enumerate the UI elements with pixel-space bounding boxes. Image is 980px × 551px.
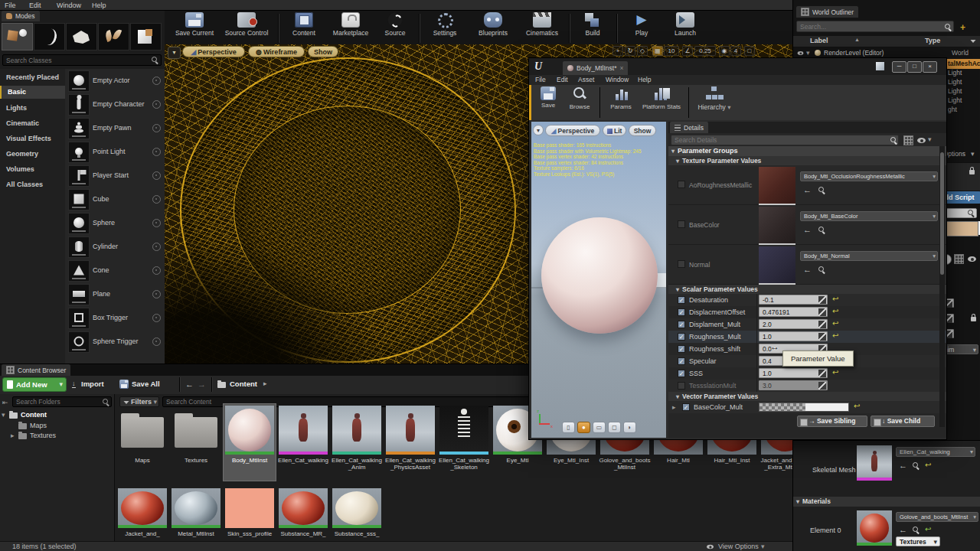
list-item[interactable]: Box Trigger <box>65 306 165 330</box>
grid-snap-icon[interactable]: ▦ <box>652 46 663 56</box>
menu-edit[interactable]: Edit <box>29 2 41 9</box>
asset-item[interactable]: Ellen_Cat_walking_PhysicsAsset <box>384 404 436 481</box>
launch-button[interactable]: Launch <box>664 12 707 43</box>
preview-shape-sphere-active[interactable]: ● <box>577 422 590 433</box>
reset-icon[interactable]: ↩ <box>925 461 931 469</box>
preview-perspective-button[interactable]: ◢ Perspective <box>545 125 600 136</box>
asset-item[interactable]: Textures <box>170 404 222 481</box>
maximize-viewport-button[interactable]: □ <box>744 46 755 56</box>
show-button[interactable]: Show <box>308 46 338 57</box>
visibility-eye-icon[interactable] <box>798 51 804 55</box>
outliner-col-label[interactable]: Label <box>810 37 828 44</box>
search-classes-input[interactable] <box>2 54 162 66</box>
list-item[interactable]: Empty Pawn <box>65 116 165 140</box>
list-item[interactable]: Empty Character <box>65 93 165 116</box>
param-value-box[interactable]: 0.476191 <box>759 307 828 317</box>
close-tab-icon[interactable]: × <box>619 64 623 72</box>
source-control-button[interactable]: Source Control <box>220 12 273 43</box>
lock-icon[interactable] <box>969 170 975 174</box>
grab-icon[interactable] <box>152 124 161 132</box>
cinematics-button[interactable]: Cinematics <box>518 12 566 43</box>
browse-to-asset-icon[interactable] <box>818 227 825 233</box>
grab-icon[interactable] <box>152 100 161 109</box>
list-item[interactable]: Sphere Trigger <box>65 330 165 354</box>
details-tab[interactable]: Details <box>670 122 708 133</box>
param-value-box[interactable]: -0.1 <box>759 295 828 305</box>
list-item[interactable]: Cube <box>65 187 165 211</box>
mode-tab-landscape[interactable] <box>66 23 97 51</box>
browse-to-asset-icon[interactable] <box>818 187 825 194</box>
grab-icon[interactable] <box>152 148 161 156</box>
mat-menu-edit[interactable]: Edit <box>557 76 568 83</box>
menu-help[interactable]: Help <box>92 2 106 9</box>
preview-shape-cylinder[interactable]: ▯ <box>562 422 575 433</box>
menu-file[interactable]: File <box>5 2 16 9</box>
category-lights[interactable]: Lights <box>6 104 27 112</box>
override-checkbox[interactable]: ✓ <box>678 333 685 341</box>
tree-expand-content[interactable]: ▾ <box>2 411 5 419</box>
breadcrumb[interactable]: Content <box>230 380 257 388</box>
tree-item-textures[interactable]: Textures <box>30 432 56 439</box>
save-child-button[interactable]: ↓ Save Child <box>871 416 935 427</box>
mat-menu-help[interactable]: Help <box>638 76 651 83</box>
reset-icon[interactable]: ↩ <box>832 332 838 340</box>
browse-to-asset-icon[interactable] <box>913 527 920 533</box>
details-scrollbar[interactable] <box>939 146 945 427</box>
grab-icon[interactable] <box>152 243 161 251</box>
scale-snap-value[interactable]: 0.25 <box>694 46 716 56</box>
reset-icon[interactable]: ↩ <box>832 295 838 303</box>
use-selected-button[interactable]: ← <box>803 185 812 194</box>
mat-save-button[interactable]: Save <box>535 86 561 117</box>
preview-shape-plane[interactable]: ▭ <box>593 422 606 433</box>
viewport-options-button[interactable]: ▾ <box>168 47 181 59</box>
color-parameter-bar[interactable] <box>759 403 849 412</box>
use-selected-button[interactable]: ← <box>803 265 812 274</box>
override-checkbox[interactable] <box>678 382 685 390</box>
element0-thumbnail[interactable] <box>857 510 892 546</box>
list-item[interactable]: Empty Actor <box>65 69 165 93</box>
tree-expand-textures[interactable]: ▸ <box>11 432 15 439</box>
texture-asset-dropdown[interactable]: Body_Mtl_Normal▾ <box>800 251 938 261</box>
list-item[interactable]: Cylinder <box>65 235 165 259</box>
perspective-button[interactable]: ◢Perspective <box>182 46 245 57</box>
category-basic[interactable]: Basic <box>0 86 67 99</box>
texture-thumbnail[interactable] <box>759 246 795 285</box>
asset-item[interactable]: Ellen_Cat_walking_Skeleton <box>438 404 490 481</box>
list-item[interactable]: Sphere <box>65 211 165 235</box>
override-checkbox[interactable]: ✓ <box>678 370 685 377</box>
override-checkbox[interactable]: ✓ <box>678 345 685 353</box>
reset-icon[interactable]: ↩ <box>832 308 838 315</box>
play-button[interactable]: ▶Play <box>622 12 661 43</box>
asset-item[interactable]: Substance_sss_ <box>331 487 383 540</box>
back-button[interactable]: ← <box>185 380 194 389</box>
details-search-input[interactable] <box>671 135 899 145</box>
list-item[interactable]: Plane <box>65 282 165 306</box>
add-level-icon[interactable]: + <box>960 22 965 33</box>
wireframe-button[interactable]: ◍Wireframe <box>248 46 305 57</box>
reset-icon[interactable]: ↩ <box>854 403 860 410</box>
mat-browse-button[interactable]: Browse <box>564 86 595 117</box>
asset-item[interactable]: Maps <box>116 404 168 481</box>
expander[interactable]: ▸ <box>672 403 676 411</box>
override-checkbox[interactable]: ✓ <box>678 357 685 365</box>
mode-tab-foliage[interactable] <box>98 23 129 51</box>
list-item[interactable]: Point Light <box>65 140 165 164</box>
preview-shape-cube[interactable]: ◻ <box>608 422 621 433</box>
mode-tab-paint[interactable] <box>34 23 65 51</box>
world-outliner-tab[interactable]: World Outliner <box>796 6 858 18</box>
preview-options-button[interactable]: ▾ <box>533 125 544 135</box>
parameter-groups-header[interactable]: ▾Parameter Groups <box>668 146 946 156</box>
param-value-box[interactable]: 1.0 <box>759 368 828 378</box>
grab-icon[interactable] <box>152 171 161 180</box>
window-asset-tab[interactable]: Body_MtlInst* × <box>563 61 628 75</box>
save-sibling-button[interactable]: → Save Sibling <box>797 416 867 427</box>
asset-item[interactable]: Skin_sss_profile <box>224 487 276 540</box>
mat-params-button[interactable]: Params <box>606 86 636 117</box>
source-button[interactable]: Source <box>376 12 414 43</box>
grab-icon[interactable] <box>152 77 161 85</box>
override-checkbox[interactable] <box>678 260 685 268</box>
mode-tab-place[interactable] <box>2 23 33 51</box>
skeletal-mesh-thumbnail[interactable] <box>857 445 892 481</box>
use-selected-button[interactable]: ← <box>899 525 907 534</box>
skeletal-mesh-dropdown[interactable]: Ellen_Cat_walking▾ <box>896 447 975 457</box>
